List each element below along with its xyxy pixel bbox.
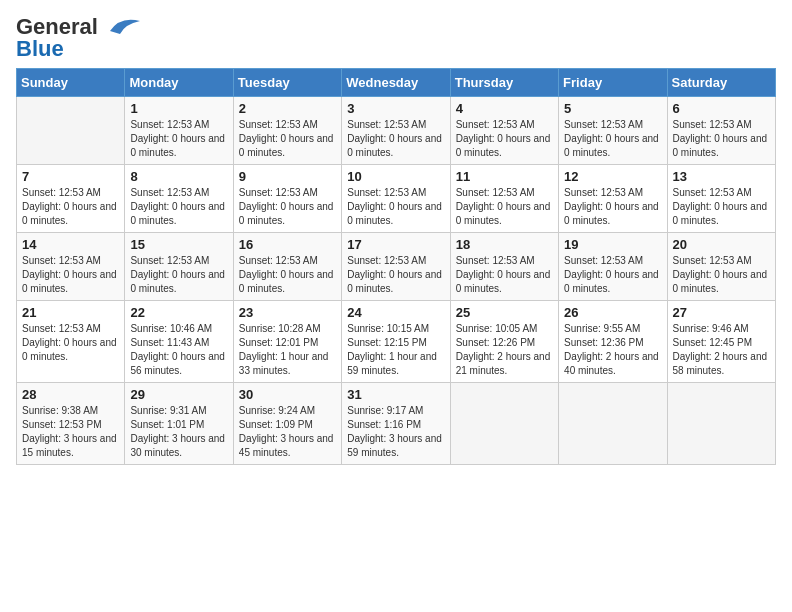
calendar-cell: 12Sunset: 12:53 AM Daylight: 0 hours and… [559,165,667,233]
day-info: Sunset: 12:53 AM Daylight: 0 hours and 0… [22,254,119,296]
day-number: 2 [239,101,336,116]
calendar-cell: 16Sunset: 12:53 AM Daylight: 0 hours and… [233,233,341,301]
day-number: 21 [22,305,119,320]
day-info: Sunset: 12:53 AM Daylight: 0 hours and 0… [130,186,227,228]
day-number: 6 [673,101,770,116]
day-number: 22 [130,305,227,320]
day-number: 16 [239,237,336,252]
calendar-cell: 11Sunset: 12:53 AM Daylight: 0 hours and… [450,165,558,233]
calendar-cell: 10Sunset: 12:53 AM Daylight: 0 hours and… [342,165,450,233]
day-number: 10 [347,169,444,184]
weekday-header: Wednesday [342,69,450,97]
day-info: Sunrise: 9:24 AM Sunset: 1:09 PM Dayligh… [239,404,336,460]
calendar-cell [450,383,558,465]
day-number: 19 [564,237,661,252]
day-info: Sunset: 12:53 AM Daylight: 0 hours and 0… [239,118,336,160]
calendar-cell: 28Sunrise: 9:38 AM Sunset: 12:53 PM Dayl… [17,383,125,465]
calendar-cell: 31Sunrise: 9:17 AM Sunset: 1:16 PM Dayli… [342,383,450,465]
day-info: Sunset: 12:53 AM Daylight: 0 hours and 0… [347,118,444,160]
day-info: Sunrise: 9:46 AM Sunset: 12:45 PM Daylig… [673,322,770,378]
calendar-cell: 15Sunset: 12:53 AM Daylight: 0 hours and… [125,233,233,301]
day-number: 13 [673,169,770,184]
day-number: 29 [130,387,227,402]
calendar-cell: 23Sunrise: 10:28 AM Sunset: 12:01 PM Day… [233,301,341,383]
day-number: 17 [347,237,444,252]
day-info: Sunrise: 10:28 AM Sunset: 12:01 PM Dayli… [239,322,336,378]
day-number: 4 [456,101,553,116]
weekday-header: Saturday [667,69,775,97]
day-number: 3 [347,101,444,116]
day-number: 31 [347,387,444,402]
logo-blue: Blue [16,36,64,61]
calendar-cell [559,383,667,465]
day-info: Sunset: 12:53 AM Daylight: 0 hours and 0… [347,254,444,296]
calendar-cell: 26Sunrise: 9:55 AM Sunset: 12:36 PM Dayl… [559,301,667,383]
day-info: Sunrise: 10:05 AM Sunset: 12:26 PM Dayli… [456,322,553,378]
day-info: Sunrise: 9:17 AM Sunset: 1:16 PM Dayligh… [347,404,444,460]
day-info: Sunset: 12:53 AM Daylight: 0 hours and 0… [673,118,770,160]
day-info: Sunrise: 10:15 AM Sunset: 12:15 PM Dayli… [347,322,444,378]
day-info: Sunset: 12:53 AM Daylight: 0 hours and 0… [564,118,661,160]
calendar-cell: 18Sunset: 12:53 AM Daylight: 0 hours and… [450,233,558,301]
weekday-header: Friday [559,69,667,97]
calendar-cell [667,383,775,465]
calendar-cell: 9Sunset: 12:53 AM Daylight: 0 hours and … [233,165,341,233]
day-number: 1 [130,101,227,116]
weekday-header: Monday [125,69,233,97]
day-info: Sunset: 12:53 AM Daylight: 0 hours and 0… [673,254,770,296]
calendar-cell: 27Sunrise: 9:46 AM Sunset: 12:45 PM Dayl… [667,301,775,383]
day-number: 27 [673,305,770,320]
day-info: Sunset: 12:53 AM Daylight: 0 hours and 0… [239,186,336,228]
day-number: 18 [456,237,553,252]
logo-text: General Blue [16,16,98,60]
weekday-header: Sunday [17,69,125,97]
day-number: 26 [564,305,661,320]
day-info: Sunrise: 9:31 AM Sunset: 1:01 PM Dayligh… [130,404,227,460]
calendar-cell: 5Sunset: 12:53 AM Daylight: 0 hours and … [559,97,667,165]
logo-bird-icon [100,16,140,41]
day-info: Sunset: 12:53 AM Daylight: 0 hours and 0… [456,254,553,296]
calendar-cell [17,97,125,165]
calendar-cell: 25Sunrise: 10:05 AM Sunset: 12:26 PM Day… [450,301,558,383]
day-info: Sunrise: 9:55 AM Sunset: 12:36 PM Daylig… [564,322,661,378]
calendar-cell: 21Sunset: 12:53 AM Daylight: 0 hours and… [17,301,125,383]
day-number: 28 [22,387,119,402]
calendar-cell: 4Sunset: 12:53 AM Daylight: 0 hours and … [450,97,558,165]
day-info: Sunset: 12:53 AM Daylight: 0 hours and 0… [130,254,227,296]
day-number: 24 [347,305,444,320]
day-number: 20 [673,237,770,252]
calendar-week-row: 1Sunset: 12:53 AM Daylight: 0 hours and … [17,97,776,165]
day-info: Sunset: 12:53 AM Daylight: 0 hours and 0… [239,254,336,296]
day-info: Sunset: 12:53 AM Daylight: 0 hours and 0… [564,186,661,228]
calendar-cell: 7Sunset: 12:53 AM Daylight: 0 hours and … [17,165,125,233]
day-number: 14 [22,237,119,252]
calendar-cell: 2Sunset: 12:53 AM Daylight: 0 hours and … [233,97,341,165]
day-number: 9 [239,169,336,184]
calendar-cell: 14Sunset: 12:53 AM Daylight: 0 hours and… [17,233,125,301]
day-info: Sunset: 12:53 AM Daylight: 0 hours and 0… [347,186,444,228]
day-info: Sunset: 12:53 AM Daylight: 0 hours and 0… [22,322,119,364]
day-number: 5 [564,101,661,116]
day-number: 15 [130,237,227,252]
day-info: Sunrise: 9:38 AM Sunset: 12:53 PM Daylig… [22,404,119,460]
day-info: Sunset: 12:53 AM Daylight: 0 hours and 0… [673,186,770,228]
calendar-table: SundayMondayTuesdayWednesdayThursdayFrid… [16,68,776,465]
calendar-week-row: 21Sunset: 12:53 AM Daylight: 0 hours and… [17,301,776,383]
calendar-week-row: 14Sunset: 12:53 AM Daylight: 0 hours and… [17,233,776,301]
day-number: 7 [22,169,119,184]
day-info: Sunset: 12:53 AM Daylight: 0 hours and 0… [456,186,553,228]
day-info: Sunset: 12:53 AM Daylight: 0 hours and 0… [22,186,119,228]
day-info: Sunset: 12:53 AM Daylight: 0 hours and 0… [130,118,227,160]
day-number: 12 [564,169,661,184]
day-info: Sunset: 12:53 AM Daylight: 0 hours and 0… [456,118,553,160]
weekday-header: Thursday [450,69,558,97]
calendar-week-row: 28Sunrise: 9:38 AM Sunset: 12:53 PM Dayl… [17,383,776,465]
calendar-cell: 22Sunrise: 10:46 AM Sunset: 11:43 AM Day… [125,301,233,383]
calendar-week-row: 7Sunset: 12:53 AM Daylight: 0 hours and … [17,165,776,233]
calendar-cell: 20Sunset: 12:53 AM Daylight: 0 hours and… [667,233,775,301]
calendar-header-row: SundayMondayTuesdayWednesdayThursdayFrid… [17,69,776,97]
day-number: 30 [239,387,336,402]
day-info: Sunrise: 10:46 AM Sunset: 11:43 AM Dayli… [130,322,227,378]
calendar-cell: 13Sunset: 12:53 AM Daylight: 0 hours and… [667,165,775,233]
calendar-cell: 24Sunrise: 10:15 AM Sunset: 12:15 PM Day… [342,301,450,383]
